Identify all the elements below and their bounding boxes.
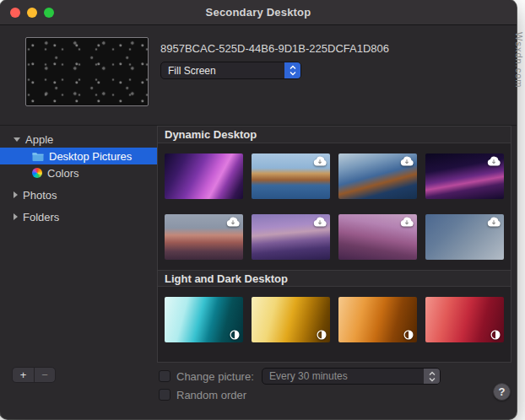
- dynamic-desktop-grid: [158, 143, 511, 270]
- scaling-mode-select[interactable]: Fill Screen: [160, 62, 301, 79]
- download-cloud-icon[interactable]: [400, 156, 414, 166]
- wallpaper-file-name: 8957BCAC-525D-44B6-9D1B-225DCFA1D806: [160, 42, 389, 55]
- sidebar-group-label: Photos: [23, 189, 57, 202]
- download-cloud-icon[interactable]: [400, 217, 414, 227]
- sidebar-item-label: Desktop Pictures: [49, 150, 132, 163]
- chevron-up-down-icon: [284, 62, 300, 78]
- current-wallpaper-preview: [25, 37, 149, 106]
- sidebar-item-colors[interactable]: Colors: [0, 164, 157, 181]
- color-wheel-icon: [32, 168, 42, 178]
- wallpaper-thumb-desert-dusk[interactable]: [338, 214, 417, 260]
- download-cloud-icon[interactable]: [487, 156, 501, 166]
- light-dark-desktop-grid: [158, 287, 511, 353]
- sidebar-group-folders[interactable]: Folders: [0, 208, 157, 225]
- remove-folder-button[interactable]: −: [34, 368, 55, 382]
- download-cloud-icon[interactable]: [313, 156, 327, 166]
- download-cloud-icon[interactable]: [226, 217, 240, 227]
- wallpaper-thumb-blue-gradient[interactable]: [425, 214, 504, 260]
- titlebar: Secondary Desktop: [0, 0, 517, 25]
- wallpaper-thumb-catalina-day[interactable]: [252, 153, 330, 199]
- sidebar-group-photos[interactable]: Photos: [0, 186, 157, 203]
- wallpaper-thumb-abstract-yellow[interactable]: [252, 297, 330, 342]
- chevron-down-icon[interactable]: [14, 137, 20, 142]
- change-interval-select[interactable]: Every 30 minutes: [262, 368, 441, 385]
- wallpaper-thumb-abstract-teal[interactable]: [165, 297, 243, 342]
- dynamic-wallpaper-icon: [317, 330, 327, 340]
- chevron-up-down-icon: [424, 369, 440, 384]
- add-remove-segmented-control: + −: [12, 367, 56, 383]
- sidebar-group-label: Apple: [25, 133, 53, 146]
- change-interval-value: Every 30 minutes: [262, 370, 424, 382]
- section-title-dynamic: Dynamic Desktop: [158, 127, 511, 143]
- dynamic-wallpaper-icon: [230, 330, 240, 340]
- wallpaper-thumb-catalina-evening[interactable]: [338, 153, 417, 199]
- change-picture-label: Change picture:: [176, 370, 254, 383]
- secondary-desktop-window: Secondary Desktop 8957BCAC-525D-44B6-9D1…: [0, 0, 517, 419]
- wallpaper-thumb-pink-cliffs[interactable]: [165, 214, 243, 260]
- screen: Secondary Desktop 8957BCAC-525D-44B6-9D1…: [0, 0, 525, 420]
- dynamic-wallpaper-icon: [490, 330, 501, 340]
- scaling-mode-value: Fill Screen: [161, 65, 284, 77]
- watermark-text: Wsxdn.com: [514, 32, 524, 88]
- sidebar-group-label: Folders: [23, 211, 59, 223]
- wallpaper-thumb-purple-ridge[interactable]: [425, 153, 504, 199]
- random-order-label: Random order: [176, 389, 246, 401]
- random-order-checkbox[interactable]: [159, 389, 170, 401]
- sidebar-item-label: Colors: [47, 167, 79, 180]
- dynamic-wallpaper-icon: [403, 330, 414, 340]
- window-controls: [10, 8, 54, 18]
- wallpaper-thumb-purple-coast[interactable]: [252, 214, 330, 260]
- wallpaper-collection-pane: Dynamic Desktop Light and Dark Desktop: [157, 126, 511, 363]
- close-window-button[interactable]: [10, 8, 20, 18]
- add-folder-button[interactable]: +: [13, 368, 34, 382]
- source-list: Apple Desktop Pictures Colors Photos Fol…: [0, 126, 157, 363]
- wallpaper-thumb-abstract-orange[interactable]: [338, 297, 417, 342]
- chevron-right-icon[interactable]: [14, 213, 18, 220]
- download-cloud-icon[interactable]: [487, 217, 501, 227]
- change-picture-checkbox[interactable]: [159, 370, 170, 382]
- download-cloud-icon[interactable]: [313, 217, 327, 227]
- zoom-window-button[interactable]: [44, 8, 54, 18]
- wallpaper-thumb-abstract-red[interactable]: [425, 297, 504, 342]
- minimize-window-button[interactable]: [27, 8, 37, 18]
- help-button[interactable]: ?: [493, 383, 511, 401]
- folder-icon: [32, 152, 44, 161]
- chevron-right-icon[interactable]: [14, 191, 18, 198]
- wallpaper-thumb-monterey[interactable]: [165, 153, 243, 199]
- section-title-light-dark: Light and Dark Desktop: [158, 270, 511, 287]
- sidebar-item-desktop-pictures[interactable]: Desktop Pictures: [0, 148, 157, 164]
- sidebar-group-apple[interactable]: Apple: [0, 131, 157, 148]
- window-title: Secondary Desktop: [206, 6, 311, 19]
